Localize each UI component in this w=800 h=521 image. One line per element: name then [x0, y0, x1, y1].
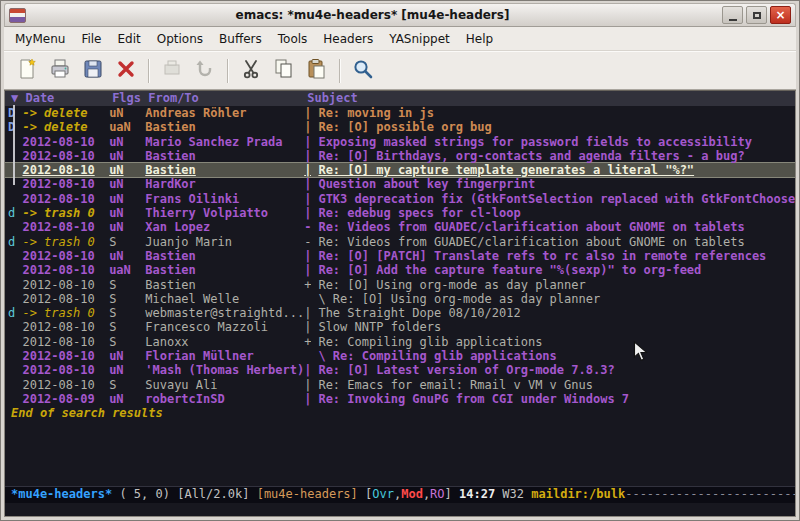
toolbar-separator	[339, 59, 340, 83]
close-button[interactable]	[109, 56, 142, 86]
paste-button[interactable]	[300, 56, 333, 86]
message-row[interactable]: 2012-08-10uNFrans Oilinki|GTK3 deprecati…	[5, 192, 795, 206]
toolbar-separator	[227, 59, 228, 83]
open-file-icon	[48, 57, 72, 85]
message-row[interactable]: 2012-08-10uNMario Sanchez Prada|Exposing…	[5, 135, 795, 149]
message-from: robertcInSD	[145, 392, 304, 406]
menu-headers[interactable]: Headers	[315, 29, 381, 49]
message-flags: uN	[109, 349, 145, 363]
thread-separator: +	[304, 335, 311, 349]
message-row[interactable]: d-> trash 0Swebmaster@straightd...|The S…	[5, 306, 795, 320]
message-subject: Re: Videos from GUADEC/clarification abo…	[318, 235, 795, 249]
message-date: 2012-08-10	[22, 320, 109, 334]
menu-buffers[interactable]: Buffers	[211, 29, 270, 49]
minimize-icon	[729, 19, 737, 21]
message-flags: uN	[109, 177, 145, 191]
menu-mymenu[interactable]: MyMenu	[7, 29, 73, 49]
modeline-segment: Ovr	[372, 487, 394, 501]
message-date: -> trash 0	[22, 306, 109, 320]
message-row[interactable]: 2012-08-10uNFlorian Müllner \Re: Compili…	[5, 349, 795, 363]
message-mark	[8, 392, 22, 406]
column-subject[interactable]: Subject	[307, 91, 358, 106]
message-mark	[8, 135, 22, 149]
message-subject: Re: [O] Using org-mode as day planner	[318, 278, 795, 292]
column-flags[interactable]: Flgs	[112, 91, 148, 106]
copy-button[interactable]	[267, 56, 300, 86]
message-subject: Re: Emacs for email: Rmail v VM v Gnus	[318, 378, 795, 392]
undo-button	[188, 56, 221, 86]
message-mark	[8, 149, 22, 163]
message-row[interactable]: D-> deleteuaNBastien|Re: [O] possible or…	[5, 120, 795, 134]
thread-separator: \	[304, 292, 326, 306]
message-from: Bastien	[145, 149, 304, 163]
message-row[interactable]: 2012-08-10uNXan Lopez-Re: Videos from GU…	[5, 220, 795, 234]
menu-edit[interactable]: Edit	[110, 29, 149, 49]
message-flags: S	[109, 278, 145, 292]
message-row[interactable]: 2012-08-10SBastien+Re: [O] Using org-mod…	[5, 278, 795, 292]
search-button[interactable]	[346, 56, 379, 86]
buffer-empty-space	[5, 421, 795, 486]
message-subject: GTK3 deprecation fix (GtkFontSelection r…	[318, 192, 795, 206]
title-bar[interactable]: emacs: *mu4e-headers* [mu4e-headers] ×	[4, 3, 796, 27]
scrollbar-thumb[interactable]	[13, 105, 15, 185]
minimize-button[interactable]	[722, 6, 743, 24]
message-mark: D	[8, 106, 22, 120]
column-date[interactable]: ▼ Date	[11, 91, 112, 106]
message-mark	[8, 220, 22, 234]
menu-help[interactable]: Help	[458, 29, 501, 49]
thread-separator: -	[304, 220, 311, 234]
message-row[interactable]: 2012-08-10uN'Mash (Thomas Herbert)|Re: […	[5, 363, 795, 377]
maximize-button[interactable]	[746, 6, 767, 24]
message-date: -> trash 0	[22, 235, 109, 249]
message-row[interactable]: D-> deleteuNAndreas Röhler|Re: moving in…	[5, 106, 795, 120]
cut-button[interactable]	[234, 56, 267, 86]
echo-area[interactable]	[5, 503, 795, 516]
message-flags: S	[109, 378, 145, 392]
message-row[interactable]: 2012-08-10SSuvayu Ali|Re: Emacs for emai…	[5, 378, 795, 392]
new-file-button[interactable]	[10, 56, 43, 86]
message-flags: S	[109, 235, 145, 249]
message-subject: Re: [O] possible org bug	[318, 120, 795, 134]
mode-line: *mu4e-headers* ( 5, 0) [All/2.0k] [mu4e-…	[5, 486, 795, 503]
thread-separator: |	[304, 192, 311, 206]
message-date: 2012-08-10	[22, 149, 109, 163]
thread-separator: -	[304, 235, 311, 249]
modeline-segment: RO	[430, 487, 444, 501]
message-row-current[interactable]: 2012-08-10uNBastien|Re: [O] my capture t…	[5, 163, 795, 177]
print-icon	[160, 57, 184, 85]
save-button[interactable]	[76, 56, 109, 86]
modeline-segment: maildir:/bulk	[531, 487, 625, 501]
modeline-segment: ----------------------------------------…	[625, 487, 795, 501]
menu-yasnippet[interactable]: YASnippet	[381, 29, 458, 49]
message-row[interactable]: 2012-08-10uNBastien|Re: [O] [PATCH] Tran…	[5, 249, 795, 263]
message-mark	[8, 335, 22, 349]
message-row[interactable]: d-> trash 0uNThierry Volpiatto|Re: edebu…	[5, 206, 795, 220]
message-row[interactable]: 2012-08-09uNrobertcInSD|Re: Invoking Gnu…	[5, 392, 795, 406]
menu-file[interactable]: File	[73, 29, 109, 49]
menu-tools[interactable]: Tools	[270, 29, 316, 49]
menu-options[interactable]: Options	[149, 29, 211, 49]
message-flags: S	[109, 320, 145, 334]
message-flags: uN	[109, 106, 145, 120]
thread-separator: |	[304, 320, 311, 334]
message-subject: Re: [O] my capture template generates a …	[318, 163, 795, 177]
thread-separator: |	[304, 363, 311, 377]
message-row[interactable]: d-> trash 0SJuanjo Marin-Re: Videos from…	[5, 235, 795, 249]
message-row[interactable]: 2012-08-10SLanoxx+Re: Compiling glib app…	[5, 335, 795, 349]
mu4e-headers-buffer: ▼ Date Flgs From/To Subject D-> deleteuN…	[4, 90, 796, 517]
close-button[interactable]: ×	[770, 6, 791, 24]
end-of-results: End of search results	[5, 406, 795, 420]
open-file-button[interactable]	[43, 56, 76, 86]
message-flags: uN	[109, 163, 145, 177]
modeline-segment: *mu4e-headers*	[11, 487, 112, 501]
maximize-icon	[753, 12, 761, 19]
message-row[interactable]: 2012-08-10uNBastien|Re: [O] Birthdays, o…	[5, 149, 795, 163]
message-from: HardKor	[145, 177, 304, 191]
modeline-segment: ( 5, 0) [All/2.0k]	[112, 487, 257, 501]
message-row[interactable]: 2012-08-10SFrancesco Mazzoli|Slow NNTP f…	[5, 320, 795, 334]
message-mark	[8, 177, 22, 191]
message-row[interactable]: 2012-08-10uaNBastien|Re: [O] Add the cap…	[5, 263, 795, 277]
column-from[interactable]: From/To	[148, 91, 307, 106]
message-row[interactable]: 2012-08-10uNHardKor|Question about key f…	[5, 177, 795, 191]
message-row[interactable]: 2012-08-10SMichael Welle \Re: [O] Using …	[5, 292, 795, 306]
